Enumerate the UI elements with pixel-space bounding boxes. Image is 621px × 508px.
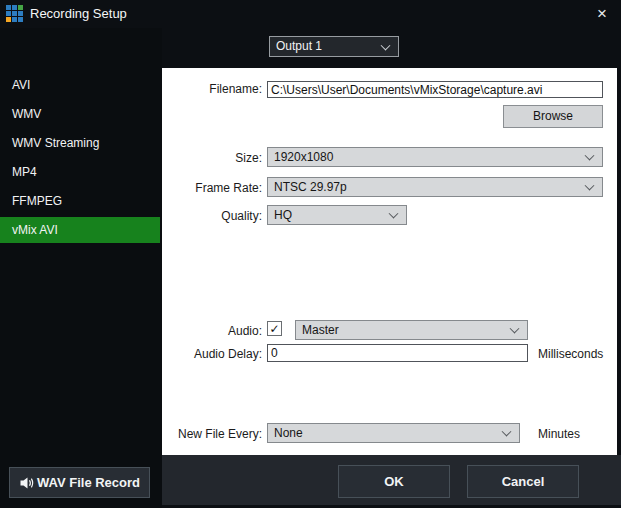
chevron-down-icon (510, 324, 520, 334)
format-sidebar: AVI WMV WMV Streaming MP4 FFMPEG vMix AV… (0, 28, 162, 508)
sidebar-item-vmix-avi[interactable]: vMix AVI (0, 217, 160, 243)
new-file-every-select[interactable]: None (267, 423, 520, 443)
title-bar: Recording Setup × (0, 0, 621, 28)
ok-button[interactable]: OK (338, 465, 450, 498)
sidebar-item-wmv[interactable]: WMV (0, 101, 160, 127)
quality-label: Quality: (162, 209, 262, 223)
window-title: Recording Setup (30, 0, 127, 28)
new-file-every-select-value: None (274, 426, 303, 440)
wav-file-record-button[interactable]: WAV File Record (9, 467, 150, 498)
cancel-button[interactable]: Cancel (467, 465, 579, 498)
chevron-down-icon (502, 427, 512, 437)
recording-setup-dialog: Recording Setup × 1 2 Output 1 AVI WMV W… (0, 0, 621, 508)
sidebar-item-mp4[interactable]: MP4 (0, 159, 160, 185)
filename-input[interactable] (267, 81, 603, 98)
sidebar-item-avi[interactable]: AVI (0, 72, 160, 98)
audio-delay-input[interactable] (267, 344, 528, 362)
chevron-down-icon (381, 40, 391, 50)
chevron-down-icon (585, 151, 595, 161)
audio-bus-select-value: Master (302, 323, 339, 337)
quality-select-value: HQ (274, 208, 292, 222)
audio-delay-label: Audio Delay: (162, 347, 262, 361)
audio-label: Audio: (162, 324, 262, 338)
chevron-down-icon (389, 209, 399, 219)
audio-checkbox[interactable]: ✓ (267, 321, 282, 336)
frame-rate-select[interactable]: NTSC 29.97p (267, 177, 603, 197)
output-select[interactable]: Output 1 (269, 36, 399, 57)
speaker-icon (19, 475, 35, 491)
new-file-every-label: New File Every: (162, 427, 262, 441)
audio-bus-select[interactable]: Master (295, 320, 528, 340)
chevron-down-icon (585, 181, 595, 191)
frame-rate-select-value: NTSC 29.97p (274, 180, 347, 194)
size-select-value: 1920x1080 (274, 150, 333, 164)
close-icon[interactable]: × (591, 3, 613, 25)
frame-rate-label: Frame Rate: (162, 181, 262, 195)
size-label: Size: (162, 151, 262, 165)
browse-button[interactable]: Browse (503, 105, 603, 128)
quality-select[interactable]: HQ (267, 205, 407, 225)
sidebar-item-wmv-streaming[interactable]: WMV Streaming (0, 130, 160, 156)
minutes-label: Minutes (538, 427, 580, 441)
size-select[interactable]: 1920x1080 (267, 147, 603, 167)
output-select-value: Output 1 (276, 39, 322, 53)
filename-label: Filename: (162, 82, 262, 96)
settings-panel: Filename: Browse Size: 1920x1080 Frame R… (162, 68, 617, 455)
wav-file-record-label: WAV File Record (37, 475, 140, 490)
vmix-logo-icon (6, 5, 23, 22)
milliseconds-label: Milliseconds (538, 347, 603, 361)
sidebar-item-ffmpeg[interactable]: FFMPEG (0, 188, 160, 214)
